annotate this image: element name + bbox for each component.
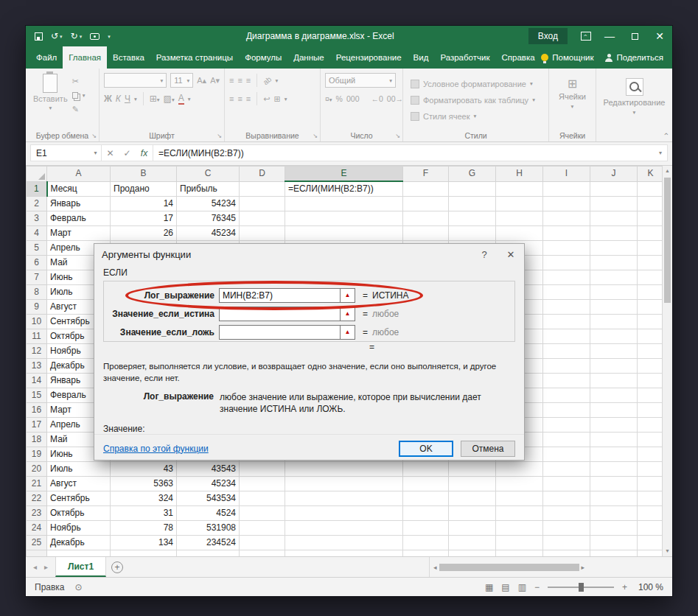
cell-K15[interactable]: [638, 388, 664, 403]
cell-H24[interactable]: [496, 521, 543, 536]
cell-K9[interactable]: [638, 300, 664, 315]
column-header-I[interactable]: I: [543, 167, 590, 182]
page-break-view-icon[interactable]: ▥: [518, 582, 526, 592]
cell-J8[interactable]: [590, 285, 638, 300]
zoom-level[interactable]: 100 %: [635, 582, 663, 592]
cell-I8[interactable]: [543, 285, 590, 300]
cancel-entry-icon[interactable]: ✕: [102, 148, 119, 158]
comma-style-icon[interactable]: 000: [346, 94, 360, 103]
normal-view-icon[interactable]: ▦: [485, 582, 493, 592]
cell-I6[interactable]: [543, 256, 590, 270]
select-all-corner[interactable]: [27, 167, 47, 182]
maximize-button[interactable]: [622, 26, 647, 46]
row-header-25[interactable]: 25: [27, 536, 47, 550]
cell-E21[interactable]: [285, 477, 403, 491]
cell-B21[interactable]: 5363: [111, 477, 177, 491]
zoom-in-icon[interactable]: +: [622, 582, 627, 592]
cell-Hfill[interactable]: [496, 550, 543, 557]
column-header-H[interactable]: H: [496, 167, 543, 182]
share-button[interactable]: Поделиться: [605, 53, 663, 62]
cell-J22[interactable]: [590, 491, 638, 506]
italic-button[interactable]: К: [116, 94, 121, 104]
cell-J19[interactable]: [590, 447, 638, 462]
cell-C20[interactable]: 43543: [177, 462, 240, 477]
range-picker-icon[interactable]: ▲: [341, 325, 355, 340]
font-color-icon[interactable]: А: [178, 93, 184, 105]
row-header-13[interactable]: 13: [27, 359, 47, 374]
cell-K16[interactable]: [638, 403, 664, 418]
cell-G1[interactable]: [449, 181, 496, 197]
cell-Dfill[interactable]: [240, 550, 285, 557]
cell-H23[interactable]: [496, 506, 543, 521]
cell-H1[interactable]: [496, 181, 543, 197]
cell-A21[interactable]: Август: [47, 477, 111, 491]
column-header-C[interactable]: C: [177, 167, 240, 182]
cell-G2[interactable]: [449, 197, 496, 211]
cell-K10[interactable]: [638, 315, 664, 329]
cell-J16[interactable]: [590, 403, 638, 418]
undo-icon[interactable]: ↺▾: [51, 32, 63, 41]
decrease-decimal-icon[interactable]: 00→: [387, 94, 403, 103]
cell-C4[interactable]: 45234: [177, 226, 240, 241]
cell-J10[interactable]: [590, 315, 638, 329]
tab-вид[interactable]: Вид: [408, 46, 435, 69]
cell-D3[interactable]: [240, 211, 285, 226]
ribbon-display-options-icon[interactable]: [581, 32, 591, 41]
cell-K5[interactable]: [638, 241, 664, 256]
cell-H20[interactable]: [496, 462, 543, 477]
cell-A23[interactable]: Октябрь: [47, 506, 111, 521]
tab-разработчик[interactable]: Разработчик: [434, 46, 495, 69]
cell-Bfill[interactable]: [111, 550, 177, 557]
cell-K23[interactable]: [638, 506, 664, 521]
cell-C21[interactable]: 45234: [177, 477, 240, 491]
expand-formula-bar-icon[interactable]: ▾: [654, 145, 667, 161]
cell-I12[interactable]: [543, 344, 590, 359]
save-icon[interactable]: [35, 32, 43, 41]
cell-J20[interactable]: [590, 462, 638, 477]
cell-I13[interactable]: [543, 359, 590, 374]
number-format-combo[interactable]: Общий▾: [325, 73, 396, 88]
cell-F24[interactable]: [403, 521, 449, 536]
cell-I16[interactable]: [543, 403, 590, 418]
cell-Ifill[interactable]: [543, 550, 590, 557]
cell-D2[interactable]: [240, 197, 285, 211]
row-header-16[interactable]: 16: [27, 403, 47, 418]
cell-F23[interactable]: [403, 506, 449, 521]
row-header-15[interactable]: 15: [27, 388, 47, 403]
cell-J17[interactable]: [590, 418, 638, 433]
grow-font-icon[interactable]: А▴: [197, 76, 206, 85]
cell-H3[interactable]: [496, 211, 543, 226]
cell-F1[interactable]: [403, 181, 449, 197]
cell-J25[interactable]: [590, 536, 638, 550]
sheet-tab-list1[interactable]: Лист1: [55, 557, 106, 577]
column-header-G[interactable]: G: [449, 167, 496, 182]
cell-D23[interactable]: [240, 506, 285, 521]
cell-B2[interactable]: 14: [111, 197, 177, 211]
close-button[interactable]: ✕: [647, 26, 672, 46]
scroll-down-icon[interactable]: ▼: [663, 546, 672, 556]
cell-Kfill[interactable]: [638, 550, 664, 557]
cell-B23[interactable]: 31: [111, 506, 177, 521]
column-header-D[interactable]: D: [240, 167, 285, 182]
cell-Ffill[interactable]: [403, 550, 449, 557]
row-header-10[interactable]: 10: [27, 315, 47, 329]
collapse-ribbon-icon[interactable]: ›: [661, 133, 670, 136]
shrink-font-icon[interactable]: А▾: [210, 76, 220, 85]
row-header-20[interactable]: 20: [27, 462, 47, 477]
row-header-23[interactable]: 23: [27, 506, 47, 521]
redo-icon[interactable]: ↻▾: [71, 32, 83, 41]
cell-E24[interactable]: [285, 521, 403, 536]
style-button[interactable]: Условное форматирование▾: [408, 77, 544, 91]
cell-J6[interactable]: [590, 256, 638, 270]
range-picker-icon[interactable]: ▲: [341, 307, 355, 321]
name-box-dropdown-icon[interactable]: ▾: [90, 145, 102, 161]
merge-center-icon[interactable]: ⊞: [273, 94, 280, 104]
cell-F21[interactable]: [403, 477, 449, 491]
camera-icon[interactable]: [90, 33, 100, 40]
horizontal-scroll-thumb[interactable]: [439, 564, 579, 571]
column-header-B[interactable]: B: [111, 167, 177, 182]
column-header-K[interactable]: K: [638, 167, 664, 182]
align-top-icon[interactable]: ≡: [229, 76, 234, 85]
cell-G4[interactable]: [449, 226, 496, 241]
formula-input[interactable]: =ЕСЛИ(МИН(B2:B7)): [153, 145, 654, 161]
